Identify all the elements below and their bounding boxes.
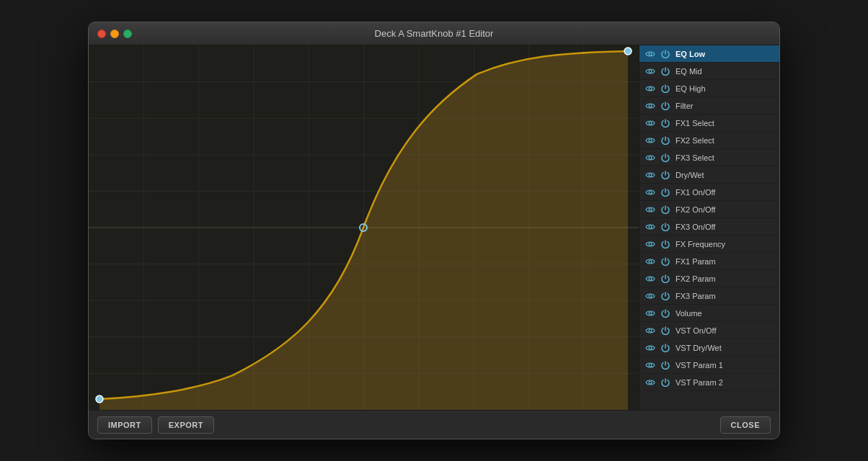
power-icon-eq-mid[interactable]	[660, 66, 671, 77]
power-icon-filter[interactable]	[660, 100, 671, 112]
power-icon-eq-high[interactable]	[660, 83, 671, 94]
main-window: Deck A SmartKnob #1 Editor	[88, 22, 780, 439]
param-label-fx1-onoff: FX1 On/Off	[676, 188, 715, 197]
eye-icon-fx2-onoff[interactable]	[644, 203, 657, 216]
param-item-eq-high[interactable]: EQ High	[639, 80, 779, 97]
export-button[interactable]: EXPORT	[158, 416, 214, 434]
bottom-right-buttons: CLOSE	[720, 416, 771, 434]
power-icon-fx3-param[interactable]	[660, 290, 671, 302]
svg-point-19	[649, 53, 652, 55]
power-icon-vst-param1[interactable]	[660, 359, 671, 371]
eye-icon-filter[interactable]	[644, 99, 657, 112]
svg-point-25	[649, 156, 652, 159]
param-item-dry-wet[interactable]: Dry/Wet	[639, 166, 779, 184]
power-icon-fx2-onoff[interactable]	[660, 204, 671, 215]
svg-point-38	[649, 381, 652, 384]
param-label-vst-param1: VST Param 1	[676, 361, 723, 370]
eye-icon-fx1-select[interactable]	[644, 117, 657, 130]
eye-icon-eq-low[interactable]	[644, 48, 657, 61]
close-dialog-button[interactable]: CLOSE	[720, 416, 771, 434]
param-label-fx3-select: FX3 Select	[676, 153, 714, 162]
param-label-fx2-onoff: FX2 On/Off	[676, 205, 715, 214]
svg-point-20	[649, 70, 652, 73]
power-icon-vst-param2[interactable]	[660, 377, 671, 388]
eye-icon-vst-param2[interactable]	[644, 376, 657, 389]
svg-point-22	[649, 104, 652, 107]
eye-icon-fx-frequency[interactable]	[644, 238, 657, 251]
curve-svg	[89, 45, 639, 410]
param-label-fx1-select: FX1 Select	[676, 119, 714, 127]
curve-point-end[interactable]	[624, 48, 632, 55]
minimize-button[interactable]	[110, 30, 119, 38]
param-item-fx1-select[interactable]: FX1 Select	[639, 115, 779, 132]
power-icon-dry-wet[interactable]	[660, 169, 671, 181]
param-item-vst-onoff[interactable]: VST On/Off	[639, 322, 779, 339]
param-label-eq-low: EQ Low	[676, 50, 705, 58]
power-icon-fx2-select[interactable]	[660, 135, 671, 146]
curve-editor[interactable]	[89, 45, 639, 410]
eye-icon-eq-mid[interactable]	[644, 65, 657, 78]
param-item-fx2-param[interactable]: FX2 Param	[639, 270, 779, 287]
param-item-vst-param2[interactable]: VST Param 2	[639, 374, 779, 391]
eye-icon-fx2-param[interactable]	[644, 272, 657, 285]
power-icon-fx-frequency[interactable]	[660, 238, 671, 250]
param-label-fx3-onoff: FX3 On/Off	[676, 223, 715, 231]
param-item-fx1-param[interactable]: FX1 Param	[639, 253, 779, 270]
param-item-fx3-select[interactable]: FX3 Select	[639, 149, 779, 166]
param-label-vst-onoff: VST On/Off	[676, 326, 716, 335]
param-label-fx3-param: FX3 Param	[676, 292, 716, 300]
param-label-eq-mid: EQ Mid	[676, 67, 702, 76]
eye-icon-eq-high[interactable]	[644, 82, 657, 95]
power-icon-eq-low[interactable]	[660, 48, 671, 60]
eye-icon-vst-param1[interactable]	[644, 359, 657, 372]
param-item-vst-drywet[interactable]: VST Dry/Wet	[639, 339, 779, 357]
eye-icon-fx3-param[interactable]	[644, 290, 657, 303]
power-icon-vst-drywet[interactable]	[660, 342, 671, 354]
eye-icon-dry-wet[interactable]	[644, 169, 657, 182]
eye-icon-fx1-param[interactable]	[644, 255, 657, 268]
params-panel: EQ Low EQ Mid EQ High Filter FX1 Select	[639, 45, 779, 410]
param-item-volume[interactable]: Volume	[639, 305, 779, 322]
power-icon-fx2-param[interactable]	[660, 273, 671, 285]
power-icon-fx3-select[interactable]	[660, 152, 671, 164]
power-icon-fx1-param[interactable]	[660, 256, 671, 267]
svg-point-31	[649, 260, 652, 263]
import-button[interactable]: IMPORT	[97, 416, 152, 434]
power-icon-vst-onoff[interactable]	[660, 325, 671, 336]
power-icon-fx1-onoff[interactable]	[660, 187, 671, 198]
svg-point-30	[649, 243, 652, 246]
eye-icon-fx2-select[interactable]	[644, 134, 657, 147]
param-item-fx3-param[interactable]: FX3 Param	[639, 287, 779, 305]
power-icon-fx1-select[interactable]	[660, 117, 671, 129]
traffic-lights	[97, 30, 132, 38]
svg-point-28	[649, 208, 652, 211]
param-item-fx2-select[interactable]: FX2 Select	[639, 132, 779, 149]
svg-point-32	[649, 277, 652, 280]
param-item-vst-param1[interactable]: VST Param 1	[639, 357, 779, 374]
param-label-volume: Volume	[676, 309, 702, 318]
eye-icon-vst-drywet[interactable]	[644, 341, 657, 354]
param-item-eq-mid[interactable]: EQ Mid	[639, 63, 779, 80]
svg-point-36	[649, 346, 652, 349]
eye-icon-volume[interactable]	[644, 307, 657, 320]
maximize-button[interactable]	[123, 30, 132, 38]
eye-icon-fx3-select[interactable]	[644, 151, 657, 164]
param-item-fx1-onoff[interactable]: FX1 On/Off	[639, 184, 779, 201]
eye-icon-vst-onoff[interactable]	[644, 324, 657, 337]
param-item-fx2-onoff[interactable]: FX2 On/Off	[639, 201, 779, 218]
eye-icon-fx1-onoff[interactable]	[644, 186, 657, 199]
power-icon-volume[interactable]	[660, 308, 671, 319]
svg-point-33	[649, 295, 652, 297]
param-item-filter[interactable]: Filter	[639, 97, 779, 115]
param-item-fx3-onoff[interactable]: FX3 On/Off	[639, 218, 779, 236]
close-button[interactable]	[97, 30, 106, 38]
param-label-vst-param2: VST Param 2	[676, 378, 723, 387]
svg-point-35	[649, 329, 652, 332]
window-title: Deck A SmartKnob #1 Editor	[375, 28, 494, 39]
param-item-fx-frequency[interactable]: FX Frequency	[639, 236, 779, 253]
eye-icon-fx3-onoff[interactable]	[644, 220, 657, 233]
power-icon-fx3-onoff[interactable]	[660, 221, 671, 233]
param-item-eq-low[interactable]: EQ Low	[639, 45, 779, 63]
curve-point-start[interactable]	[96, 395, 103, 403]
svg-point-21	[649, 87, 652, 90]
